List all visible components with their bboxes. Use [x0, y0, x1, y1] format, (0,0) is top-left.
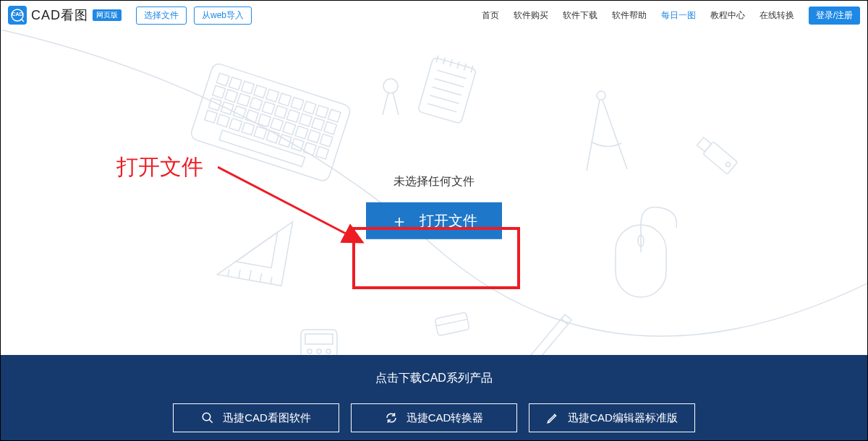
- svg-rect-17: [262, 101, 275, 114]
- svg-line-59: [239, 270, 240, 278]
- svg-rect-69: [697, 137, 712, 152]
- download-row: 迅捷CAD看图软件 迅捷CAD转换器 迅捷CAD编辑器标准版: [1, 403, 867, 432]
- refresh-icon: [385, 411, 398, 424]
- open-file-block: 未选择任何文件 ＋ 打开文件: [366, 174, 502, 239]
- download-label: 迅捷CAD转换器: [407, 411, 484, 425]
- annotation-label: 打开文件: [116, 153, 203, 182]
- svg-line-86: [209, 419, 213, 423]
- svg-rect-32: [320, 134, 333, 147]
- svg-line-50: [427, 103, 456, 112]
- nav-tutorials[interactable]: 教程中心: [710, 9, 745, 22]
- brand-title: CAD看图: [31, 7, 88, 24]
- nav-help[interactable]: 软件帮助: [612, 9, 647, 22]
- svg-rect-12: [328, 109, 341, 122]
- svg-rect-28: [271, 118, 284, 131]
- svg-rect-4: [229, 77, 242, 90]
- svg-rect-6: [254, 85, 267, 98]
- login-register-button[interactable]: 登录/注册: [809, 7, 860, 25]
- svg-line-60: [250, 270, 251, 281]
- svg-line-62: [271, 277, 272, 284]
- svg-rect-31: [307, 130, 320, 143]
- svg-rect-72: [305, 334, 333, 344]
- svg-rect-36: [242, 122, 255, 135]
- svg-point-74: [317, 349, 321, 354]
- svg-point-44: [383, 79, 398, 93]
- svg-rect-20: [299, 114, 312, 127]
- download-label: 迅捷CAD编辑器标准版: [568, 411, 678, 425]
- open-file-label: 打开文件: [420, 211, 477, 231]
- open-file-button[interactable]: ＋ 打开文件: [366, 202, 502, 239]
- footer-title: 点击下载CAD系列产品: [1, 371, 867, 386]
- svg-rect-66: [435, 312, 469, 336]
- svg-rect-15: [237, 93, 250, 106]
- svg-rect-29: [283, 122, 296, 135]
- svg-rect-3: [216, 73, 229, 86]
- svg-line-84: [218, 167, 362, 242]
- svg-point-75: [326, 349, 331, 354]
- svg-rect-45: [418, 57, 477, 124]
- svg-rect-30: [295, 126, 308, 139]
- header: CAD CAD看图 网页版 选择文件 从web导入 首页 软件购买 软件下载 软…: [1, 1, 867, 30]
- select-file-button[interactable]: 选择文件: [136, 7, 187, 25]
- main-canvas: 打开文件 未选择任何文件 ＋ 打开文件: [1, 30, 867, 355]
- svg-point-85: [203, 413, 210, 421]
- svg-rect-10: [303, 101, 316, 114]
- nav-purchase[interactable]: 软件购买: [514, 9, 548, 22]
- import-from-web-button[interactable]: 从web导入: [194, 7, 252, 25]
- svg-point-57: [597, 91, 605, 100]
- svg-line-61: [260, 273, 261, 282]
- no-file-text: 未选择任何文件: [366, 174, 502, 189]
- svg-rect-5: [242, 81, 255, 94]
- nav-convert[interactable]: 在线转换: [760, 9, 794, 22]
- svg-rect-22: [324, 121, 337, 134]
- svg-rect-14: [225, 90, 238, 103]
- nav-home[interactable]: 首页: [482, 9, 499, 22]
- plus-icon: ＋: [391, 212, 408, 229]
- top-nav: 首页 软件购买 软件下载 软件帮助 每日一图 教程中心 在线转换 登录/注册: [482, 7, 860, 25]
- svg-rect-82: [529, 319, 568, 355]
- svg-rect-21: [312, 118, 325, 131]
- svg-line-49: [430, 95, 459, 104]
- svg-rect-35: [229, 119, 242, 132]
- download-cad-viewer[interactable]: 迅捷CAD看图软件: [173, 403, 339, 432]
- download-cad-converter[interactable]: 迅捷CAD转换器: [351, 403, 517, 432]
- search-icon: [201, 411, 214, 424]
- svg-rect-8: [278, 93, 292, 106]
- svg-line-67: [436, 320, 467, 326]
- svg-point-73: [307, 349, 312, 354]
- footer: 点击下载CAD系列产品 迅捷CAD看图软件 迅捷CAD转换器 迅捷CAD编辑器标…: [1, 355, 867, 440]
- app-logo: CAD: [8, 6, 27, 25]
- svg-line-1: [21, 19, 24, 22]
- svg-rect-11: [315, 106, 328, 119]
- svg-rect-34: [217, 114, 230, 127]
- svg-rect-13: [213, 85, 226, 98]
- download-label: 迅捷CAD看图软件: [223, 411, 311, 425]
- nav-download[interactable]: 软件下载: [563, 9, 597, 22]
- svg-rect-33: [205, 110, 218, 123]
- svg-rect-18: [274, 106, 287, 119]
- svg-rect-42: [316, 147, 329, 160]
- svg-line-47: [435, 79, 464, 87]
- svg-rect-19: [287, 110, 300, 123]
- download-cad-editor[interactable]: 迅捷CAD编辑器标准版: [529, 403, 695, 432]
- svg-rect-9: [291, 97, 304, 110]
- svg-line-48: [433, 87, 461, 95]
- svg-rect-68: [703, 142, 738, 174]
- web-badge: 网页版: [93, 9, 122, 21]
- svg-point-70: [725, 161, 731, 167]
- svg-rect-16: [250, 98, 263, 111]
- svg-line-46: [437, 70, 466, 79]
- svg-rect-7: [266, 89, 279, 102]
- svg-line-58: [228, 269, 229, 276]
- annotation-arrow: [218, 158, 384, 252]
- svg-rect-41: [304, 142, 317, 155]
- pencil-icon: [546, 411, 559, 424]
- nav-daily-image[interactable]: 每日一图: [661, 9, 696, 22]
